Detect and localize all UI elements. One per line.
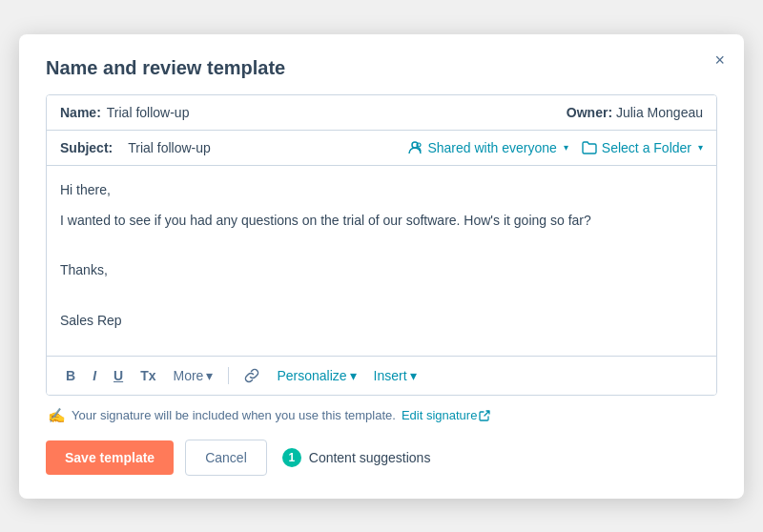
underline-button[interactable]: U — [108, 364, 129, 387]
signature-row: ✍ Your signature will be included when y… — [46, 407, 717, 424]
owner-label: Owner: — [567, 105, 612, 120]
content-suggestions-badge: 1 — [282, 448, 301, 467]
signature-icon: ✍ — [48, 407, 66, 424]
more-button[interactable]: More ▾ — [167, 364, 218, 387]
owner-value: Julia Mongeau — [616, 105, 703, 120]
more-chevron-icon: ▾ — [206, 368, 213, 383]
name-row: Name: Owner: Julia Mongeau — [47, 95, 716, 131]
modal: × Name and review template Name: Owner: … — [19, 34, 744, 499]
body-line-4: Sales Rep — [60, 310, 703, 331]
external-link-icon — [479, 410, 490, 421]
content-suggestions-label: Content suggestions — [309, 450, 431, 465]
name-label: Name: — [60, 105, 101, 120]
body-line-2: I wanted to see if you had any questions… — [60, 210, 703, 231]
subject-row: Subject: Trial follow-up Shared with eve… — [47, 131, 716, 166]
subject-label: Subject: — [60, 140, 113, 155]
modal-title: Name and review template — [46, 57, 717, 79]
signature-text: Your signature will be included when you… — [72, 408, 396, 422]
name-input[interactable] — [107, 105, 567, 120]
close-button[interactable]: × — [711, 48, 729, 72]
save-template-button[interactable]: Save template — [46, 440, 174, 475]
edit-signature-link[interactable]: Edit signature — [402, 408, 491, 422]
shared-chevron-icon: ▾ — [564, 142, 568, 153]
folder-label: Select a Folder — [602, 140, 691, 155]
body-line-1: Hi there, — [60, 179, 703, 200]
content-suggestions[interactable]: 1 Content suggestions — [282, 448, 431, 467]
subject-actions: Shared with everyone ▾ Select a Folder ▾ — [407, 140, 703, 155]
folder-chevron-icon: ▾ — [698, 142, 703, 153]
template-form: Name: Owner: Julia Mongeau Subject: Tria… — [46, 94, 717, 396]
personalize-button[interactable]: Personalize ▾ — [271, 364, 361, 387]
strikethrough-button[interactable]: Tx — [134, 364, 161, 387]
body-line-3: Thanks, — [60, 259, 703, 280]
shared-label: Shared with everyone — [427, 140, 556, 155]
select-folder-button[interactable]: Select a Folder ▾ — [582, 140, 703, 155]
owner-text: Owner: Julia Mongeau — [567, 105, 703, 120]
folder-icon — [582, 141, 597, 154]
email-body[interactable]: Hi there, I wanted to see if you had any… — [47, 166, 716, 357]
insert-button[interactable]: Insert ▾ — [368, 364, 423, 387]
edit-sig-label: Edit signature — [402, 408, 478, 422]
shared-icon — [407, 140, 423, 155]
insert-chevron-icon: ▾ — [410, 368, 417, 383]
link-button[interactable] — [238, 364, 265, 387]
shared-with-everyone-button[interactable]: Shared with everyone ▾ — [407, 140, 567, 155]
personalize-chevron-icon: ▾ — [350, 368, 357, 383]
subject-value: Trial follow-up — [128, 140, 398, 155]
link-icon — [244, 368, 259, 383]
italic-button[interactable]: I — [87, 364, 102, 387]
cancel-button[interactable]: Cancel — [185, 440, 267, 476]
toolbar: B I U Tx More ▾ Personalize ▾ Insert ▾ — [47, 357, 716, 395]
footer-row: Save template Cancel 1 Content suggestio… — [46, 440, 717, 476]
toolbar-divider-1 — [228, 367, 229, 384]
bold-button[interactable]: B — [60, 364, 81, 387]
